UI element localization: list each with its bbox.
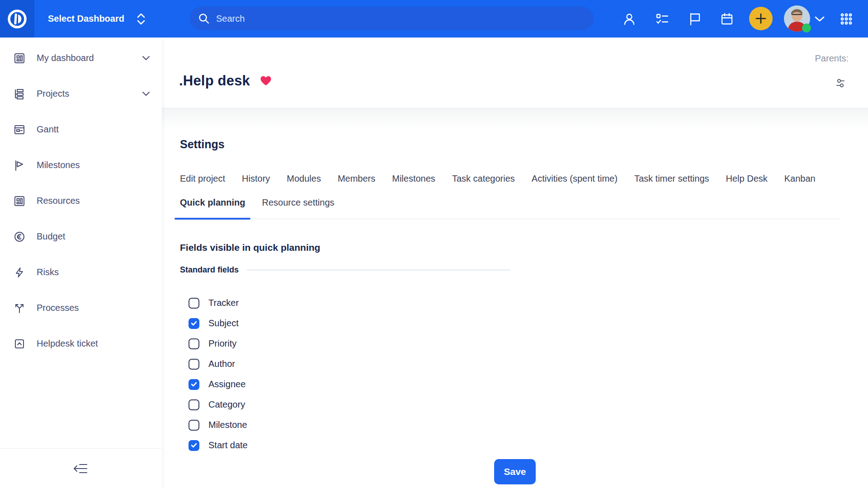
settings-tabs: Edit project History Modules Members Mil…: [180, 173, 840, 219]
checkbox-priority[interactable]: [189, 338, 199, 349]
sidebar-item-my-dashboard[interactable]: My dashboard: [0, 40, 162, 76]
apps-grid-button[interactable]: [835, 0, 857, 38]
favorite-heart-icon[interactable]: [260, 75, 272, 86]
user-avatar[interactable]: [784, 5, 810, 32]
settings-tab-history[interactable]: History: [242, 173, 270, 184]
sidebar-menu: My dashboard Projects Gantt Milestones: [0, 38, 162, 361]
save-row: Save: [180, 459, 850, 484]
sidebar: My dashboard Projects Gantt Milestones: [0, 38, 162, 488]
sidebar-item-resources[interactable]: Resources: [0, 183, 162, 219]
settings-tab-task-timer[interactable]: Task timer settings: [634, 173, 709, 184]
flag-icon: [689, 12, 701, 26]
settings-tab-edit-project[interactable]: Edit project: [180, 173, 225, 184]
settings-tab-milestones[interactable]: Milestones: [392, 173, 435, 184]
settings-tab-resource-settings[interactable]: Resource settings: [262, 197, 334, 208]
checkbox-milestone[interactable]: [189, 420, 199, 431]
risks-bolt-icon: [14, 267, 25, 278]
main-content: .Help desk Dashboard Gantt Kanban Spent …: [162, 38, 868, 488]
top-bar: Select Dashboard: [0, 0, 868, 38]
parents-label: Parents:: [815, 53, 849, 64]
milestone-flag-icon: [14, 160, 25, 171]
field-row-milestone: Milestone: [189, 415, 850, 435]
helpdesk-icon: [14, 338, 25, 350]
select-dashboard-label: Select Dashboard: [48, 14, 124, 24]
checkbox-tracker[interactable]: [189, 298, 199, 309]
chevron-down-icon: [814, 16, 825, 22]
settings-tab-quick-planning[interactable]: Quick planning: [180, 197, 245, 208]
sidebar-item-risks[interactable]: Risks: [0, 254, 162, 290]
settings-heading: Settings: [180, 108, 850, 151]
select-dashboard-button[interactable]: Select Dashboard: [48, 0, 146, 38]
checkbox-category[interactable]: [189, 399, 199, 410]
settings-section: Settings Edit project History Modules Me…: [162, 108, 868, 484]
sidebar-item-milestones[interactable]: Milestones: [0, 147, 162, 183]
page-title: .Help desk: [179, 73, 250, 89]
field-row-assignee: Assignee: [189, 374, 850, 394]
field-row-author: Author: [189, 354, 850, 374]
grid-dots-icon: [840, 13, 853, 25]
resources-icon: [14, 195, 25, 207]
project-header: .Help desk Dashboard Gantt Kanban Spent …: [162, 38, 868, 108]
sidebar-item-projects[interactable]: Projects: [0, 76, 162, 112]
flag-button[interactable]: [684, 0, 706, 38]
collapse-sidebar-icon: [73, 463, 89, 474]
create-new-button[interactable]: [749, 7, 773, 30]
projects-icon: [14, 88, 25, 100]
chevron-down-icon: [142, 56, 150, 61]
settings-tab-activities[interactable]: Activities (spent time): [532, 173, 618, 184]
checkbox-subject[interactable]: [189, 318, 199, 329]
field-row-category: Category: [189, 394, 850, 415]
sidebar-item-gantt[interactable]: Gantt: [0, 112, 162, 147]
checkbox-start-date[interactable]: [189, 440, 199, 451]
sidebar-item-helpdesk-ticket[interactable]: Helpdesk ticket: [0, 326, 162, 361]
search-icon: [198, 13, 210, 24]
sidebar-item-budget[interactable]: Budget: [0, 219, 162, 254]
calendar-icon: [720, 12, 734, 26]
customize-parents-button[interactable]: [834, 77, 847, 89]
checkbox-assignee[interactable]: [189, 379, 199, 390]
checkbox-author[interactable]: [189, 359, 199, 370]
fields-visible-title: Fields visible in quick planning: [180, 241, 850, 254]
tasks-checklist-icon: [656, 12, 669, 26]
user-menu-chevron-button[interactable]: [813, 0, 826, 38]
check-icon: [191, 382, 197, 387]
user-icon: [623, 12, 636, 26]
settings-tab-kanban[interactable]: Kanban: [784, 173, 816, 184]
field-row-tracker: Tracker: [189, 293, 850, 313]
sliders-icon: [834, 77, 847, 89]
settings-tab-members[interactable]: Members: [338, 173, 375, 184]
sidebar-footer: [0, 448, 162, 488]
dashboard-icon: [14, 52, 25, 64]
field-row-priority: Priority: [189, 333, 850, 354]
user-button[interactable]: [618, 0, 640, 38]
processes-icon: [14, 302, 25, 314]
online-status-dot: [802, 23, 811, 33]
collapse-sidebar-button[interactable]: [73, 463, 89, 474]
gantt-icon: [14, 124, 25, 136]
plus-icon: [755, 12, 767, 25]
save-button[interactable]: Save: [494, 459, 536, 484]
chevron-down-icon: [142, 91, 150, 96]
easy-logo-icon: [7, 9, 28, 29]
search-bar: [190, 7, 594, 30]
search-input[interactable]: [216, 14, 585, 24]
group-divider-line: [247, 270, 510, 270]
calendar-button[interactable]: [716, 0, 738, 38]
standard-fields-group: Standard fields: [180, 265, 510, 275]
tasks-button[interactable]: [651, 0, 673, 38]
check-icon: [191, 443, 197, 448]
check-icon: [191, 321, 197, 326]
app-logo[interactable]: [0, 0, 34, 38]
chevron-updown-icon: [136, 12, 146, 26]
budget-euro-icon: [14, 231, 25, 243]
field-row-start-date: Start date: [189, 435, 850, 455]
settings-tab-modules[interactable]: Modules: [287, 173, 321, 184]
standard-fields-label: Standard fields: [180, 265, 239, 275]
settings-tab-task-categories[interactable]: Task categories: [452, 173, 515, 184]
field-row-subject: Subject: [189, 313, 850, 333]
settings-tab-help-desk[interactable]: Help Desk: [726, 173, 768, 184]
fields-checkbox-list: Tracker Subject Priority Author Assignee…: [189, 293, 850, 455]
sidebar-item-processes[interactable]: Processes: [0, 290, 162, 326]
